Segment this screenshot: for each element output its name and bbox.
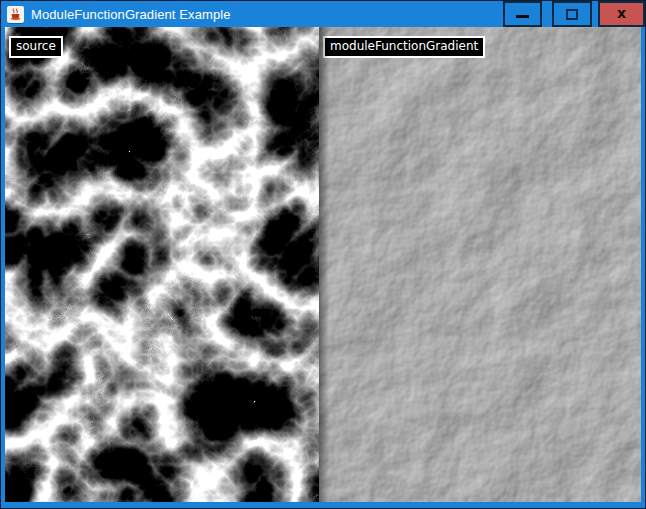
maximize-button[interactable] bbox=[552, 1, 592, 27]
maximize-icon bbox=[566, 9, 578, 20]
source-noise-image bbox=[5, 27, 319, 502]
source-image-panel: source bbox=[5, 27, 319, 502]
gradient-image-panel: moduleFunctionGradient bbox=[319, 27, 641, 502]
close-button[interactable]: x bbox=[598, 1, 645, 27]
content-area: source moduleFunctionGra bbox=[5, 27, 641, 502]
java-coffee-cup-icon bbox=[7, 6, 24, 23]
minimize-button[interactable] bbox=[503, 1, 542, 27]
gradient-image-label: moduleFunctionGradient bbox=[323, 36, 485, 58]
close-icon: x bbox=[617, 6, 626, 20]
source-image-label: source bbox=[9, 36, 63, 58]
gradient-noise-image bbox=[319, 27, 641, 502]
window-title: ModuleFunctionGradient Example bbox=[31, 7, 231, 22]
minimize-icon bbox=[516, 15, 529, 18]
window-controls: x bbox=[503, 1, 645, 27]
app-window: ModuleFunctionGradient Example x bbox=[0, 0, 646, 509]
